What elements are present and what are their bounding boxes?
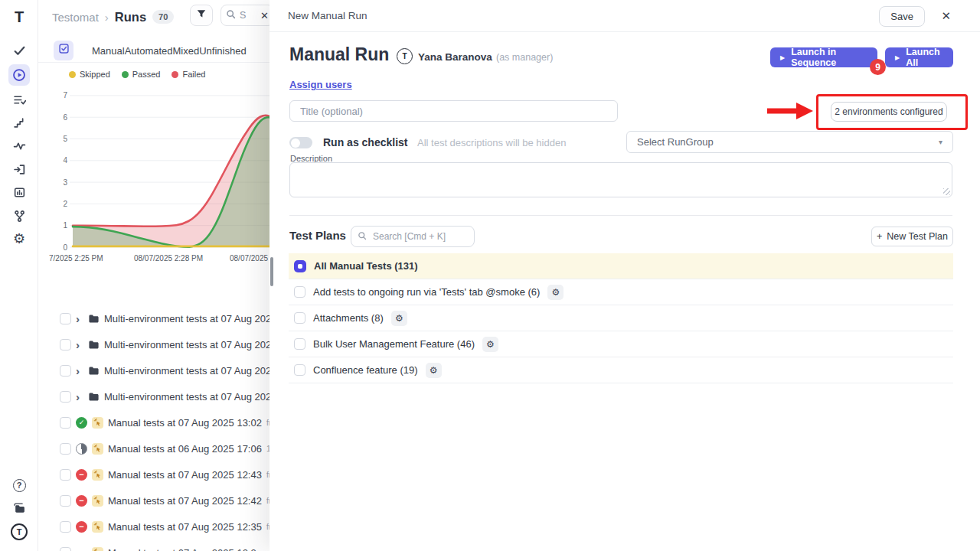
runs-page: Testomat › Runs 70 S ✕ ManualAutomatedMi…: [38, 0, 270, 551]
modal-scrollbar-thumb[interactable]: [270, 257, 273, 286]
save-button[interactable]: Save: [879, 6, 925, 27]
run-label[interactable]: Multi-environment tests at 07 Aug 202: [104, 339, 270, 350]
test-plan-row[interactable]: Bulk User Management Feature (46) ⚙: [289, 331, 953, 357]
run-checkbox[interactable]: [60, 339, 71, 350]
legend-label: Passed: [132, 70, 161, 79]
launch-all-label: Launch All: [906, 47, 943, 68]
run-checkbox[interactable]: [60, 443, 71, 455]
chevron-right-icon[interactable]: ›: [76, 365, 83, 377]
run-checkbox[interactable]: [60, 547, 71, 551]
plan-checkbox[interactable]: [294, 312, 305, 324]
sidebar-item-pulse[interactable]: [8, 135, 30, 156]
annotation-highlight-box: [816, 94, 968, 130]
sidebar-item-runs[interactable]: [8, 64, 30, 86]
runs-filter-tab[interactable]: Manual: [92, 45, 125, 57]
sidebar-item-import[interactable]: [8, 158, 30, 180]
chevron-right-icon[interactable]: ›: [76, 391, 83, 403]
runs-filter-tab[interactable]: Automated: [125, 45, 173, 57]
launch-all-button[interactable]: ▶ Launch All: [885, 47, 953, 67]
close-icon[interactable]: ✕: [941, 9, 951, 23]
legend-item: Passed: [122, 70, 161, 79]
sidebar-item-analytics[interactable]: [8, 181, 30, 203]
chevron-right-icon[interactable]: ›: [76, 339, 83, 350]
plan-settings-button[interactable]: ⚙: [547, 285, 564, 300]
tab-all-runs[interactable]: [54, 41, 74, 60]
run-label[interactable]: Multi-environment tests at 07 Aug 202: [104, 313, 270, 324]
plan-settings-button[interactable]: ⚙: [391, 311, 407, 326]
runs-filter-tab[interactable]: Unfinished: [199, 45, 246, 57]
plan-label: Confluence feature (19): [313, 364, 418, 376]
test-plans-list: All Manual Tests (131) ⚙ Add tests to on…: [289, 253, 953, 383]
breadcrumb-project[interactable]: Testomat: [52, 11, 99, 24]
test-plan-row[interactable]: All Manual Tests (131) ⚙: [289, 253, 953, 279]
run-checkbox[interactable]: [60, 391, 71, 403]
checklist-hint: All test descriptions will be hidden: [417, 137, 566, 148]
legend-item: Failed: [172, 70, 205, 79]
assign-users-link[interactable]: Assign users: [289, 79, 352, 90]
run-title-input[interactable]: [289, 100, 618, 122]
test-plans-title: Test Plans: [289, 229, 346, 242]
checklist-label: Run as checklist: [323, 136, 408, 148]
test-plan-row[interactable]: Confluence feature (19) ⚙: [289, 357, 953, 383]
plan-checkbox[interactable]: [294, 364, 305, 376]
run-list-row[interactable]: › Multi-environment tests at 07 Aug 202: [38, 331, 270, 357]
run-label[interactable]: Manual tests at 07 Aug 2025 12:42: [108, 495, 262, 507]
run-label[interactable]: Multi-environment tests at 07 Aug 202: [104, 365, 270, 377]
plan-checkbox[interactable]: [294, 286, 305, 298]
description-textarea[interactable]: [289, 162, 952, 197]
run-as-checklist-toggle[interactable]: [289, 137, 312, 148]
sidebar-item-help[interactable]: ?: [8, 474, 30, 496]
run-list-row[interactable]: › Manual tests at 07 Aug 2025 12:42 fro: [38, 487, 270, 514]
test-plan-row[interactable]: Attachments (8) ⚙: [289, 305, 953, 331]
run-checkbox[interactable]: [60, 313, 71, 324]
plan-checkbox[interactable]: [294, 338, 305, 350]
app-logo[interactable]: T: [8, 6, 30, 28]
run-list-row[interactable]: › Multi-environment tests at 07 Aug 202: [38, 305, 270, 331]
search-value: S: [240, 10, 256, 21]
run-label[interactable]: Manual tests at 07 Aug 2025 12:3: [108, 547, 256, 551]
sidebar-item-projects[interactable]: [8, 497, 30, 519]
run-list-row[interactable]: › Multi-environment tests at 07 Aug 202: [38, 383, 270, 409]
run-label[interactable]: Multi-environment tests at 07 Aug 202: [104, 391, 270, 403]
run-checkbox[interactable]: [60, 469, 71, 481]
test-plans-search-input[interactable]: [371, 230, 468, 243]
plan-settings-button[interactable]: ⚙: [482, 337, 498, 352]
filter-button[interactable]: [190, 5, 213, 26]
runs-filter-tab[interactable]: Mixed: [173, 45, 200, 57]
chevron-right-icon[interactable]: ›: [76, 313, 83, 324]
run-list-row[interactable]: › Manual tests at 07 Aug 2025 13:02 fro: [38, 409, 270, 435]
sidebar-item-branches[interactable]: [8, 205, 30, 227]
sidebar-item-settings[interactable]: ⚙: [8, 228, 30, 249]
run-list-row[interactable]: › Multi-environment tests at 07 Aug 202: [38, 357, 270, 383]
checkbox-dot: [298, 264, 302, 269]
plan-checkbox-checked[interactable]: [294, 260, 306, 272]
plan-settings-button[interactable]: ⚙: [426, 363, 442, 378]
runs-search-input[interactable]: S ✕: [220, 5, 270, 26]
run-list-row[interactable]: › Manual tests at 07 Aug 2025 12:43 fro: [38, 461, 270, 487]
sidebar-item-tasks[interactable]: [8, 40, 30, 61]
run-list-row[interactable]: › Manual tests at 06 Aug 2025 17:06 13: [38, 435, 270, 461]
run-label[interactable]: Manual tests at 06 Aug 2025 17:06: [108, 443, 262, 455]
run-checkbox[interactable]: [60, 365, 71, 377]
sidebar-item-steps[interactable]: [8, 112, 30, 133]
run-label[interactable]: Manual tests at 07 Aug 2025 12:43: [108, 469, 262, 481]
test-plan-row[interactable]: Add tests to ongoing run via 'Tests' tab…: [289, 279, 953, 305]
rungroup-select[interactable]: Select RunGroup ▾: [626, 131, 953, 153]
run-checkbox[interactable]: [60, 417, 71, 429]
notification-badge: 9: [870, 59, 886, 75]
new-test-plan-button[interactable]: + New Test Plan: [871, 227, 953, 246]
sidebar-item-profile[interactable]: T: [8, 521, 30, 543]
run-label[interactable]: Manual tests at 07 Aug 2025 12:35: [108, 521, 262, 533]
svg-text:7: 7: [63, 91, 67, 99]
svg-text:6: 6: [63, 113, 67, 122]
run-checkbox[interactable]: [60, 495, 71, 507]
run-list-row[interactable]: › Manual tests at 07 Aug 2025 12:3: [38, 540, 270, 551]
test-plans-search[interactable]: [351, 226, 475, 247]
run-list-row[interactable]: › Manual tests at 07 Aug 2025 12:35 fro: [38, 514, 270, 540]
launch-in-sequence-button[interactable]: ▶ Launch in Sequence: [770, 47, 877, 67]
sidebar-item-test-plans[interactable]: [8, 89, 30, 110]
run-label[interactable]: Manual tests at 07 Aug 2025 13:02: [108, 417, 262, 429]
run-checkbox[interactable]: [60, 521, 71, 533]
clear-search-icon[interactable]: ✕: [260, 10, 269, 21]
modal-header: New Manual Run Save ✕: [270, 0, 980, 32]
